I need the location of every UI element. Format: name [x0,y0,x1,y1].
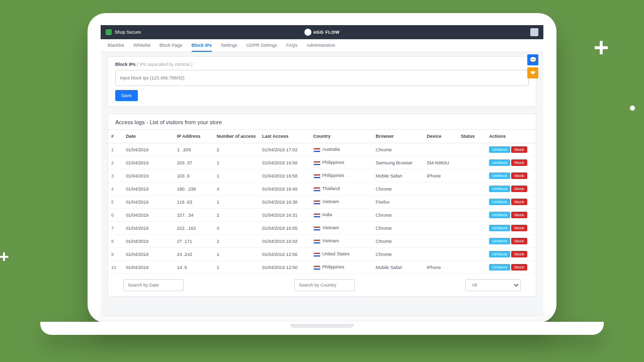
cell-ip: 27 .171 [174,235,214,248]
cell-idx: 7 [108,222,123,235]
cell-date: 01/04/2019 [123,248,174,261]
favorite-button[interactable]: ❤ [527,67,538,78]
cell-country: Philippines [310,261,373,274]
cell-device [424,235,458,248]
cell-ip: 180. .238 [174,183,214,196]
col-num: Number of access [214,130,259,143]
cell-idx: 1 [108,143,123,156]
avatar[interactable] [530,28,538,36]
col-ip: IP Address [174,130,214,143]
cell-device [424,143,458,156]
cell-ip: 14 .5 [174,261,214,274]
filters-row: All [108,274,536,296]
shield-icon [106,29,112,35]
table-row: 1001/04/201914 .5101/04/2019 12:50Philip… [108,261,536,274]
tab-blacklist[interactable]: Blacklist [108,39,124,52]
cell-date: 01/04/2019 [123,235,174,248]
unblock-button[interactable]: UnBlock [489,146,510,153]
unblock-button[interactable]: UnBlock [489,251,510,257]
unblock-button[interactable]: UnBlock [489,186,510,192]
cell-idx: 9 [108,248,123,261]
block-ips-input[interactable] [115,70,529,86]
cell-status [458,222,486,235]
cell-date: 01/04/2019 [123,209,174,222]
save-button[interactable]: Save [115,90,138,101]
unblock-button[interactable]: UnBlock [489,199,510,205]
cell-browser: Chrome [373,222,424,235]
search-by-date-input[interactable] [123,279,184,291]
unblock-button[interactable]: UnBlock [489,264,510,270]
block-button[interactable]: Block [511,225,527,231]
block-button[interactable]: Block [511,238,527,244]
cell-country: Philippines [310,156,373,169]
status-filter-select[interactable]: All [465,279,521,291]
tab-administration[interactable]: Administration [306,39,335,52]
cell-ip: 118 .63 [174,196,214,209]
cell-num: 1 [214,248,259,261]
cell-date: 01/04/2019 [123,196,174,209]
cell-num: 2 [214,235,259,248]
block-button[interactable]: Block [511,199,527,205]
block-button[interactable]: Block [511,264,527,270]
block-button[interactable]: Block [511,172,527,179]
tab-gdpr-settings[interactable]: GDPR Settings [247,39,277,52]
cell-status [458,209,486,222]
search-by-country-input[interactable] [294,279,355,291]
cell-num: 4 [214,222,259,235]
block-button[interactable]: Block [511,159,527,166]
block-button[interactable]: Block [511,146,527,153]
block-button[interactable]: Block [511,212,527,218]
bg-dot-icon [630,106,635,111]
cell-num: 1 [214,261,259,274]
chat-button[interactable]: 💬 [527,54,538,65]
block-button[interactable]: Block [511,186,527,192]
cell-device [424,209,458,222]
cell-last: 01/04/2019 16:55 [259,222,310,235]
cell-browser: Chrome [373,248,424,261]
tab-settings[interactable]: Settings [221,39,237,52]
cell-country: Philippines [310,169,373,183]
cell-actions: UnBlockBlock [486,143,536,156]
cell-status [458,261,486,274]
cell-last: 01/04/2019 17:02 [259,143,310,156]
cell-device: iPhone [424,261,458,274]
unblock-button[interactable]: UnBlock [489,225,510,231]
tab-block-page[interactable]: Block Page [159,39,183,52]
access-logs-title: Access logs - List of visitors from your… [108,114,536,129]
cell-status [458,183,486,196]
flag-icon [313,200,320,205]
screen: Shop Secure eGG FLOW BlacklistWhitelistB… [101,25,543,317]
unblock-button[interactable]: UnBlock [489,159,510,166]
cell-actions: UnBlockBlock [486,235,536,248]
unblock-button[interactable]: UnBlock [489,238,510,244]
cell-country: Vietnam [310,196,373,209]
cell-device [424,196,458,209]
cell-country: Thailand [310,183,373,196]
unblock-button[interactable]: UnBlock [489,172,510,179]
block-button[interactable]: Block [511,251,527,257]
cell-status [458,156,486,169]
cell-status [458,196,486,209]
cell-actions: UnBlockBlock [486,156,536,169]
col-country: Country [310,130,373,143]
cell-num: 2 [214,143,259,156]
cell-status [458,143,486,156]
col-device: Device [424,130,458,143]
access-logs-table: # Date IP Address Number of access Last … [108,129,536,274]
tab-whitelist[interactable]: Whitelist [133,39,150,52]
cell-device: SM-N960U [424,156,458,169]
flag-icon [313,265,320,270]
flag-icon [313,252,320,257]
cell-last: 01/04/2019 16:31 [259,209,310,222]
cell-status [458,235,486,248]
block-ips-label-hint: ( IPs separated by comma ) [137,62,193,67]
tab-block-ips[interactable]: Block IPs [192,39,212,52]
flag-icon [313,161,320,165]
tab-faqs[interactable]: FAQs [286,39,298,52]
unblock-button[interactable]: UnBlock [489,212,510,218]
cell-ip: 203 .37 [174,156,214,169]
cell-browser: Chrome [373,209,424,222]
cell-num: 2 [214,209,259,222]
table-row: 501/04/2019118 .63101/04/2019 16:38Vietn… [108,196,536,209]
cell-device: iPhone [424,169,458,183]
